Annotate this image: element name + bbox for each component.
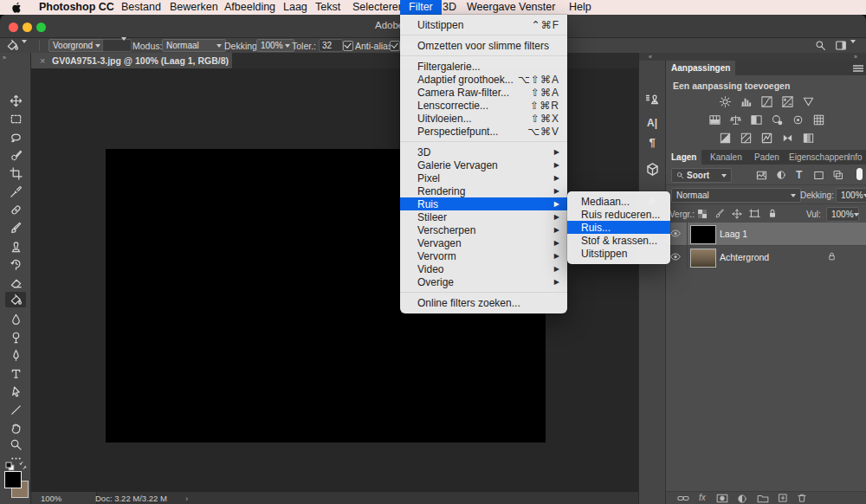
submenu-item-stof-en-krassen[interactable]: Stof & krassen... [567, 234, 670, 247]
menu-item-online-filters-zoeken[interactable]: Online filters zoeken... [400, 296, 567, 309]
layers-opacity-value[interactable]: 100% [836, 188, 866, 203]
menubar-app-name[interactable]: Photoshop CC [39, 0, 114, 15]
layer-name[interactable]: Achtergrond [720, 252, 769, 262]
menu-item-3d[interactable]: 3D [400, 145, 567, 158]
brush-tool[interactable] [8, 220, 23, 236]
new-adjustment-layer-icon[interactable] [737, 494, 747, 504]
adjustment-color-balance-button[interactable] [728, 113, 742, 126]
crop-tool[interactable] [8, 165, 23, 181]
lock-position-icon[interactable] [732, 209, 742, 219]
adjustment-hue-saturation-button[interactable] [708, 113, 721, 126]
tab-info[interactable]: Info [843, 150, 866, 165]
menu-item-lenscorrectie[interactable]: Lenscorrectie...⇧⌘R [400, 99, 567, 112]
path-selection-tool[interactable] [8, 384, 23, 399]
menu-item-overige[interactable]: Overige [400, 275, 567, 288]
menubar-help[interactable]: Help [569, 0, 591, 15]
close-window-button[interactable] [9, 23, 18, 32]
type-tool[interactable] [8, 365, 23, 381]
menubar-bestand[interactable]: Bestand [121, 0, 161, 15]
layer-filter-kind-select[interactable]: Soort [671, 168, 732, 183]
adjustment-selective-color-button[interactable] [801, 131, 815, 145]
adjustment-curves-button[interactable] [759, 94, 773, 108]
menubar-tekst[interactable]: Tekst [315, 0, 340, 15]
menu-item-verscherpen[interactable]: Verscherpen [400, 223, 567, 236]
fill-source-select[interactable]: Voorgrond [48, 39, 105, 52]
collapse-dock-icon[interactable]: « [649, 53, 652, 61]
menu-item-ruis[interactable]: Ruis [400, 197, 567, 210]
layer-thumbnail[interactable] [690, 225, 716, 244]
menu-item-filtergalerie[interactable]: Filtergalerie... [400, 60, 567, 73]
menu-item-rendering[interactable]: Rendering [400, 184, 567, 197]
submenu-item-uitstippen[interactable]: Uitstippen [567, 247, 670, 260]
zoom-window-button[interactable] [36, 23, 46, 32]
layer-thumbnail[interactable] [690, 249, 716, 268]
filter-smart-object-icon[interactable] [833, 170, 843, 180]
tab-eigenschappen[interactable]: Eigenschappen [784, 150, 851, 165]
zoom-level-field[interactable]: 100% [31, 492, 97, 504]
menubar-weergave[interactable]: Weergave [467, 0, 516, 15]
adjustment-vibrance-button[interactable] [801, 94, 815, 108]
quick-selection-tool[interactable] [8, 147, 23, 163]
layer-visibility-eye-icon[interactable] [669, 228, 682, 239]
tab-paden[interactable]: Paden [749, 150, 785, 165]
layer-visibility-eye-icon[interactable] [669, 251, 682, 262]
menubar-selecteren[interactable]: Selecteren [352, 0, 404, 15]
menu-item-perspectiefpunt[interactable]: Perspectiefpunt...⌥⌘V [400, 125, 567, 138]
pen-tool[interactable] [8, 347, 23, 363]
workspace-switcher-icon[interactable] [835, 40, 847, 51]
3d-panel-icon[interactable] [644, 161, 660, 177]
eraser-tool[interactable] [8, 275, 23, 290]
menu-item-camera-raw-filter[interactable]: Camera Raw-filter...⇧⌘A [400, 86, 567, 99]
layer-name[interactable]: Laag 1 [720, 229, 747, 239]
menubar-3d[interactable]: 3D [443, 0, 456, 15]
history-brush-tool[interactable] [8, 256, 23, 272]
tab-kanalen[interactable]: Kanalen [705, 150, 747, 165]
blur-tool[interactable] [8, 311, 23, 326]
adjustments-panel-menu-icon[interactable] [853, 65, 863, 72]
adjustment-photo-filter-button[interactable] [770, 113, 784, 126]
filter-pixel-layers-icon[interactable] [756, 171, 767, 180]
clone-stamp-tool[interactable] [8, 238, 23, 254]
menu-item-adaptief-groothoek[interactable]: Adaptief groothoek...⌥⇧⌘A [400, 73, 567, 86]
adjustment-exposure-button[interactable] [780, 94, 794, 108]
submenu-item-ruis-reduceren[interactable]: Ruis reduceren... [567, 208, 670, 221]
adjustment-posterize-button[interactable] [739, 131, 753, 145]
adjustment-levels-button[interactable] [739, 94, 753, 108]
menubar-laag[interactable]: Laag [283, 0, 307, 15]
tolerance-input[interactable]: 32 [319, 39, 343, 52]
add-layer-mask-icon[interactable] [716, 494, 728, 503]
move-tool[interactable] [8, 93, 23, 108]
paint-bucket-tool[interactable] [5, 292, 26, 307]
close-document-icon[interactable]: × [40, 53, 45, 68]
swap-colors-icon[interactable] [18, 461, 28, 470]
contiguous-checkbox[interactable] [390, 41, 400, 51]
menu-item-pixel[interactable]: Pixel [400, 171, 567, 184]
apple-menu-icon[interactable] [11, 1, 23, 16]
search-icon[interactable] [815, 40, 826, 51]
layers-fill-value[interactable]: 100% [826, 207, 859, 222]
lock-all-icon[interactable] [767, 208, 778, 219]
tab-lagen[interactable]: Lagen [666, 150, 701, 165]
blend-mode-select[interactable]: Normaal [671, 188, 801, 203]
layer-filter-toggle[interactable] [856, 168, 863, 180]
menubar-venster[interactable]: Venster [519, 0, 555, 15]
submenu-item-mediaan[interactable]: Mediaan... [567, 195, 670, 208]
menu-item-vervorm[interactable]: Vervorm [400, 249, 567, 262]
menu-item-uitvloeien[interactable]: Uitvloeien...⇧⌘X [400, 112, 567, 125]
hand-tool[interactable] [8, 420, 23, 436]
status-chevron-icon[interactable]: › [185, 492, 188, 504]
tab-aanpassingen[interactable]: Aanpassingen [666, 61, 735, 75]
minimize-window-button[interactable] [23, 23, 32, 32]
adjustment-threshold-button[interactable] [759, 131, 773, 145]
delete-layer-trash-icon[interactable] [797, 493, 807, 503]
collapse-panels-icon[interactable]: » [854, 53, 857, 61]
menubar-filter[interactable]: Filter [400, 0, 442, 15]
adjustment-black-white-button[interactable] [749, 113, 763, 126]
menu-item-stileer[interactable]: Stileer [400, 210, 567, 223]
layer-style-fx-icon[interactable]: fx [699, 493, 706, 502]
filter-adjustment-layers-icon[interactable] [776, 170, 786, 180]
paint-bucket-icon[interactable] [6, 39, 19, 52]
adjustment-channel-mixer-button[interactable] [791, 113, 805, 126]
antialias-checkbox[interactable] [343, 41, 353, 51]
lock-transparent-icon[interactable] [697, 209, 708, 219]
